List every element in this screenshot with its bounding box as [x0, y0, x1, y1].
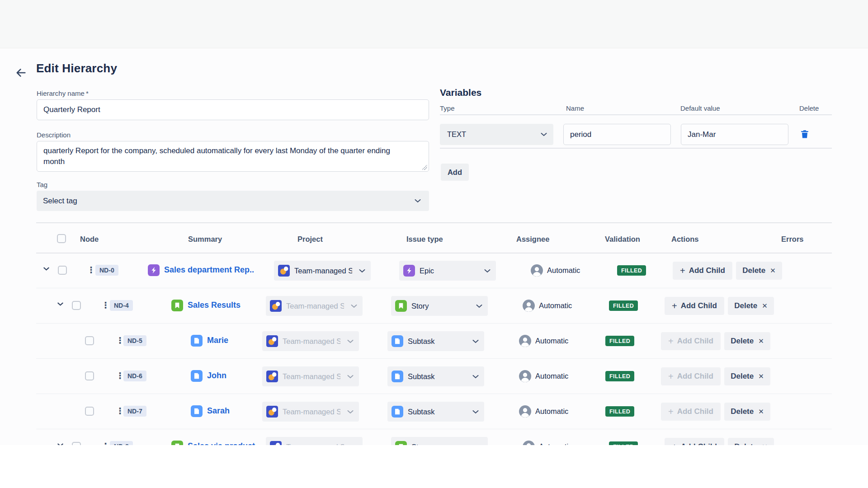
summary-link[interactable]: Sales Results [188, 300, 241, 310]
summary-link[interactable]: Sarah [207, 406, 230, 416]
chevron-down-icon [347, 339, 354, 343]
delete-label: Delete [742, 266, 765, 275]
delete-button[interactable]: Delete✕ [736, 262, 782, 280]
node-key-badge: ND-7 [123, 406, 146, 417]
project-select[interactable]: Team-managed S [274, 261, 371, 281]
back-button[interactable] [14, 66, 28, 80]
summary-issue-icon [171, 441, 183, 445]
project-select-value: Team-managed S [286, 302, 344, 310]
col-actions: Actions [671, 235, 699, 244]
chevron-down-icon [347, 375, 354, 379]
issue-type-select[interactable]: Story [391, 437, 488, 445]
add-child-label: Add Child [681, 301, 717, 310]
project-select-value: Team-managed S [283, 337, 340, 346]
chevron-down-icon [484, 269, 491, 273]
project-select-value: Team-managed S [283, 408, 340, 416]
variables-row-separator [440, 148, 832, 149]
chevron-down-icon [472, 375, 479, 379]
project-avatar-icon [278, 265, 290, 277]
add-child-button[interactable]: +Add Child [661, 367, 721, 385]
delete-button[interactable]: Delete✕ [724, 332, 770, 350]
back-arrow-icon [14, 66, 27, 79]
add-child-button[interactable]: +Add Child [661, 403, 721, 421]
row-expand-chevron-icon[interactable] [43, 267, 49, 271]
row-checkbox[interactable] [72, 442, 81, 445]
drag-handle-icon[interactable]: ⋮ [116, 406, 124, 416]
add-child-button[interactable]: +Add Child [673, 262, 732, 280]
description-textarea[interactable]: quarterly Report for the company, schedu… [37, 141, 429, 172]
assignee-avatar-icon [523, 441, 535, 445]
chevron-down-icon [359, 269, 365, 273]
required-asterisk: * [86, 89, 89, 97]
drag-handle-icon[interactable]: ⋮ [87, 265, 95, 275]
add-child-button[interactable]: +Add Child [661, 332, 721, 350]
plus-icon: + [668, 407, 674, 417]
tag-select[interactable]: Select tag [37, 191, 429, 211]
issue-type-select-icon [392, 335, 403, 347]
col-assignee: Assignee [516, 235, 549, 244]
row-checkbox[interactable] [85, 336, 94, 345]
row-expand-chevron-icon[interactable] [57, 302, 63, 306]
resize-handle[interactable] [422, 164, 427, 170]
select-all-checkbox[interactable] [57, 234, 66, 243]
drag-handle-icon[interactable]: ⋮ [116, 371, 124, 381]
drag-handle-icon[interactable]: ⋮ [101, 300, 109, 310]
issue-type-select[interactable]: Subtask [387, 366, 484, 386]
row-checkbox[interactable] [85, 407, 94, 416]
issue-type-select[interactable]: Story [391, 296, 488, 316]
assignee-label: Automatic [535, 372, 568, 380]
project-select[interactable]: Team-managed S [262, 366, 359, 386]
variables-col-name: Name [566, 104, 584, 112]
summary-link[interactable]: Sales via product [188, 441, 255, 445]
row-checkbox[interactable] [85, 371, 94, 380]
project-select-value: Team-managed S [286, 443, 344, 446]
row-expand-chevron-icon[interactable] [57, 443, 63, 445]
summary-link[interactable]: Marie [207, 336, 228, 345]
variable-type-select[interactable]: TEXT [440, 124, 553, 145]
variables-col-delete: Delete [799, 104, 819, 112]
project-select[interactable]: Team-managed S [262, 331, 359, 351]
add-variable-button[interactable]: Add [441, 164, 469, 181]
delete-button[interactable]: Delete✕ [724, 403, 770, 421]
table-top-separator [36, 222, 832, 223]
col-issue-type: Issue type [406, 235, 443, 244]
delete-label: Delete [731, 407, 754, 416]
variable-name-input[interactable]: period [563, 124, 671, 145]
add-child-button[interactable]: +Add Child [665, 297, 724, 315]
table-row: ⋮ ND-0 Sales department Rep.. Team-manag… [36, 253, 832, 288]
project-select[interactable]: Team-managed S [266, 437, 363, 445]
table-row: ⋮ ND-7 Sarah Team-managed S Subtask Auto… [36, 394, 832, 429]
drag-handle-icon[interactable]: ⋮ [116, 335, 124, 346]
delete-button[interactable]: Delete✕ [728, 438, 774, 445]
chevron-down-icon [541, 132, 547, 136]
issue-type-select[interactable]: Subtask [387, 402, 484, 422]
summary-link[interactable]: Sales department Rep.. [164, 265, 254, 275]
variable-default-value: Jan-Mar [688, 130, 716, 139]
assignee-label: Automatic [535, 337, 568, 345]
row-checkbox[interactable] [72, 301, 81, 310]
add-child-button[interactable]: +Add Child [665, 438, 724, 445]
issue-type-select[interactable]: Subtask [387, 331, 484, 351]
delete-button[interactable]: Delete✕ [724, 367, 770, 385]
row-checkbox[interactable] [58, 266, 67, 275]
drag-handle-icon[interactable]: ⋮ [101, 441, 109, 445]
assignee-label: Automatic [539, 442, 572, 445]
col-errors: Errors [781, 235, 804, 244]
chevron-down-icon [415, 199, 421, 203]
issue-type-select-icon [395, 441, 407, 445]
close-icon: ✕ [762, 443, 768, 445]
table-row: ⋮ ND-8 Sales via product Team-managed S … [36, 429, 832, 445]
issue-type-select[interactable]: Epic [399, 261, 496, 281]
delete-button[interactable]: Delete✕ [728, 297, 774, 315]
close-icon: ✕ [758, 408, 764, 416]
validation-badge: FILLED [605, 336, 634, 346]
project-select[interactable]: Team-managed S [266, 296, 363, 316]
project-select[interactable]: Team-managed S [262, 402, 359, 422]
hierarchy-name-input[interactable]: Quarterly Report [37, 99, 429, 120]
col-project: Project [297, 235, 323, 244]
project-avatar-icon [270, 300, 282, 312]
variable-default-input[interactable]: Jan-Mar [681, 124, 788, 145]
summary-link[interactable]: John [207, 371, 226, 380]
issue-type-select-value: Subtask [408, 337, 435, 346]
delete-variable-button[interactable] [799, 129, 810, 141]
